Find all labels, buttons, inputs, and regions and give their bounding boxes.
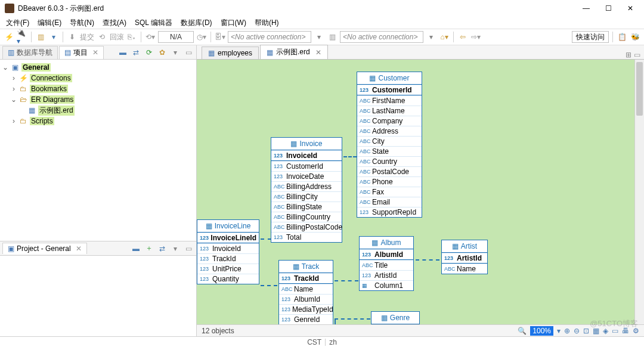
editor-tab-employees[interactable]: ▦ employees <box>202 47 259 59</box>
entity-album[interactable]: ▦Album123AlbumIdABCTitle123ArtistId▦Colu… <box>359 236 414 291</box>
zoom-level[interactable]: 100% <box>530 326 553 336</box>
tree-item-scripts[interactable]: › 🗀 Scripts <box>2 116 194 126</box>
export-icon[interactable]: ▭ <box>612 327 618 335</box>
zoom-dropdown-icon[interactable]: ▾ <box>557 327 561 335</box>
collapse-icon[interactable]: ▬ <box>117 47 128 58</box>
entity-header[interactable]: ▦InvoiceLine <box>197 220 259 233</box>
quick-access-button[interactable]: 快速访问 <box>572 31 609 43</box>
column[interactable]: ABCCity <box>357 136 422 146</box>
column[interactable]: 123SupportRepId <box>357 207 422 217</box>
minimize-button[interactable]: — <box>583 4 590 13</box>
perspective-db-icon[interactable]: 📋 <box>617 32 627 42</box>
rollback-label[interactable]: 回滚 <box>110 32 124 42</box>
tree-item-bookmarks[interactable]: › 🗀 Bookmarks <box>2 83 194 94</box>
commit-icon[interactable]: ⬇ <box>67 32 78 42</box>
column[interactable]: 123CustomerId <box>271 161 342 171</box>
entity-header[interactable]: ▦Album <box>360 237 413 249</box>
entity-header[interactable]: ▦Invoice <box>271 138 342 150</box>
editor-min-icon[interactable]: ▭ <box>634 51 640 59</box>
column[interactable]: 123Quantity <box>197 274 259 284</box>
tree-item-er-diagrams[interactable]: ⌄ 🗁 ER Diagrams <box>2 94 194 105</box>
column-pk[interactable]: 123InvoiceId <box>271 150 342 161</box>
back-icon[interactable]: ⇦ <box>457 32 468 42</box>
forward-icon[interactable]: ⇨▾ <box>470 32 481 42</box>
home-icon[interactable]: ⌂▾ <box>439 32 450 42</box>
sql-editor-icon[interactable]: ▥ <box>35 32 46 42</box>
column[interactable]: ABCBillingCountry <box>271 212 342 222</box>
collapse-icon[interactable]: ▬ <box>131 243 141 254</box>
column[interactable]: ABCName <box>442 264 487 274</box>
entity-track[interactable]: ▦Track123TrackIdABCName123AlbumId123Medi… <box>278 260 333 324</box>
editor-tab-erd[interactable]: ▦ 示例图.erd ✕ <box>260 45 328 59</box>
entity-artist[interactable]: ▦Artist123ArtistIdABCName <box>441 240 488 274</box>
column-pk[interactable]: 123AlbumId <box>360 249 413 260</box>
config-icon[interactable]: ✿ <box>157 47 168 58</box>
column-pk[interactable]: 123CustomerId <box>357 85 422 95</box>
schema-combo[interactable]: <No active connection> <box>340 31 423 43</box>
sql-dropdown-icon[interactable]: ▾ <box>48 32 59 42</box>
tree-item-connections[interactable]: › ⚡ Connections <box>2 73 194 83</box>
maximize-button[interactable]: ☐ <box>605 4 612 13</box>
column[interactable]: 123MediaTypeId <box>279 304 333 314</box>
column-pk[interactable]: 123ArtistId <box>442 253 487 264</box>
menu-icon[interactable]: ▾ <box>170 47 181 58</box>
tx-icon[interactable]: ⎘▾ <box>126 32 137 42</box>
project-tree[interactable]: ⌄ ▣ General › ⚡ Connections › 🗀 Bookmark… <box>0 60 196 241</box>
column[interactable]: ABCBillingAddress <box>271 181 342 191</box>
erd-canvas[interactable]: ▦Customer123CustomerIdABCFirstNameABCLas… <box>197 60 644 324</box>
grid-icon[interactable]: ▦ <box>593 327 599 335</box>
column[interactable]: 123GenreId <box>279 314 333 324</box>
column[interactable]: ABCCompany <box>357 116 422 126</box>
entity-invoice[interactable]: ▦Invoice123InvoiceId123CustomerId123Invo… <box>271 137 342 243</box>
column[interactable]: 123InvoiceDate <box>271 171 342 181</box>
expand-arrow-icon[interactable]: › <box>11 85 17 93</box>
column[interactable]: 123Total <box>271 232 342 242</box>
menu-window[interactable]: 窗口(W) <box>217 17 250 29</box>
rollback-icon[interactable]: ⟲ <box>97 32 107 42</box>
entity-customer[interactable]: ▦Customer123CustomerIdABCFirstNameABCLas… <box>357 72 422 218</box>
layout-icon[interactable]: ◈ <box>603 327 608 335</box>
collapse-arrow-icon[interactable]: ⌄ <box>11 95 17 104</box>
add-icon[interactable]: ＋ <box>144 243 154 254</box>
column[interactable]: ABCBillingPostalCode <box>271 222 342 232</box>
column[interactable]: ABCEmail <box>357 197 422 207</box>
menu-file[interactable]: 文件(F) <box>2 17 33 29</box>
chevron-down-icon-2[interactable]: ▾ <box>426 32 436 42</box>
fit-icon[interactable]: ⊡ <box>583 327 589 335</box>
column[interactable]: 123AlbumId <box>279 294 333 304</box>
entity-invoiceline[interactable]: ▦InvoiceLine123InvoiceLineId123InvoiceId… <box>197 219 259 284</box>
column[interactable]: ABCAddress <box>357 126 422 136</box>
tree-item-erd-file[interactable]: ▦ 示例图.erd <box>2 105 194 116</box>
column[interactable]: ABCBillingState <box>271 202 342 212</box>
menu-edit[interactable]: 编辑(E) <box>34 17 65 29</box>
search-icon[interactable]: 🔍 <box>518 327 527 335</box>
db-icon[interactable]: 🗄▾ <box>215 32 225 42</box>
entity-header[interactable]: ▦Customer <box>357 72 422 85</box>
menu-icon[interactable]: ▾ <box>170 243 181 254</box>
column[interactable]: 123UnitPrice <box>197 264 259 274</box>
collapse-arrow-icon[interactable]: ⌄ <box>2 63 8 72</box>
expand-arrow-icon[interactable]: › <box>11 117 17 125</box>
clock-icon[interactable]: ◷▾ <box>196 32 207 42</box>
column[interactable]: ▦Column1 <box>360 280 413 290</box>
close-tab-icon[interactable]: ✕ <box>315 48 321 57</box>
connection-combo[interactable]: <No active connection> <box>228 31 311 43</box>
zoom-in-icon[interactable]: ⊕ <box>564 327 570 335</box>
close-icon[interactable]: ✕ <box>92 48 98 57</box>
entity-header[interactable]: ▦Genre <box>371 312 419 324</box>
auto-icon[interactable]: ⟲▾ <box>145 32 156 42</box>
minimize-panel-icon[interactable]: ▭ <box>183 243 194 254</box>
menu-database[interactable]: 数据库(D) <box>177 17 216 29</box>
column[interactable]: ABCBillingCity <box>271 191 342 202</box>
column[interactable]: ABCName <box>279 284 333 294</box>
commit-label[interactable]: 提交 <box>80 32 94 42</box>
close-button[interactable]: ✕ <box>627 4 633 13</box>
new-connection-dropdown-icon[interactable]: 🔌▾ <box>17 32 27 42</box>
column[interactable]: ABCTitle <box>360 260 413 270</box>
link-icon[interactable]: ⇄ <box>157 243 168 254</box>
column[interactable]: ABCCountry <box>357 156 422 166</box>
expand-arrow-icon[interactable]: › <box>11 74 17 82</box>
refresh-icon[interactable]: ⟳ <box>144 47 154 58</box>
column-pk[interactable]: 123InvoiceLineId <box>197 233 259 243</box>
column[interactable]: ABCFax <box>357 187 422 197</box>
